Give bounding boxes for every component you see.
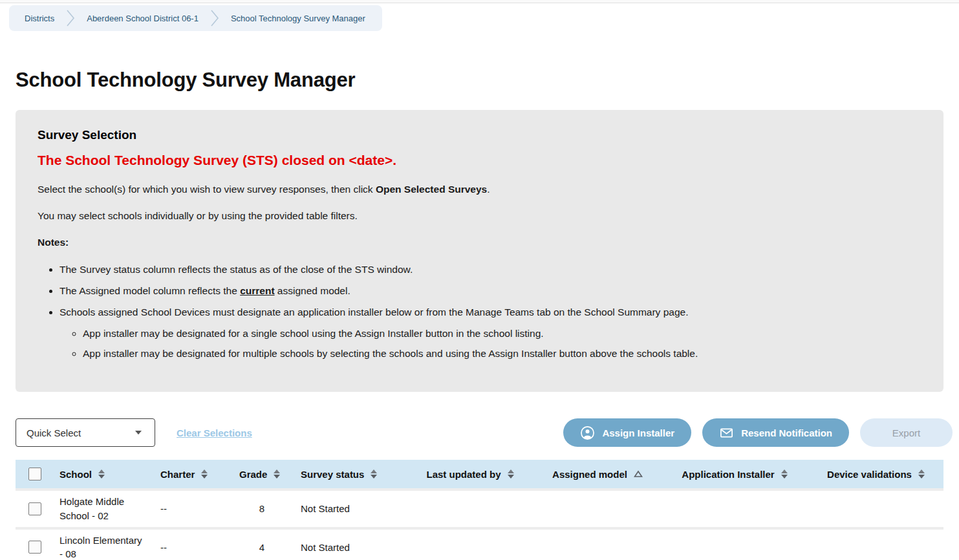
notes-list: The Survey status column reflects the st… bbox=[38, 262, 918, 361]
grade-cell: 8 bbox=[233, 503, 291, 514]
grade-cell: 4 bbox=[233, 542, 291, 553]
open-selected-surveys-emphasis: Open Selected Surveys bbox=[376, 184, 487, 195]
assign-installer-label: Assign Installer bbox=[602, 427, 674, 438]
breadcrumb-chevron-icon bbox=[66, 8, 75, 28]
assign-installer-button[interactable]: Assign Installer bbox=[563, 418, 691, 447]
note-item: The Assigned model column reflects the c… bbox=[59, 283, 918, 299]
current-emphasis: current bbox=[240, 285, 274, 296]
quick-select-label: Quick Select bbox=[27, 427, 81, 438]
resend-notification-label: Resend Notification bbox=[741, 427, 832, 438]
resend-notification-button[interactable]: Resend Notification bbox=[702, 418, 849, 447]
breadcrumb: Districts Aberdeen School District 06-1 … bbox=[9, 5, 382, 31]
sort-icon[interactable] bbox=[98, 469, 105, 479]
top-divider bbox=[0, 0, 959, 3]
sort-icon[interactable] bbox=[274, 469, 280, 479]
person-icon bbox=[580, 425, 595, 440]
panel-heading: Survey Selection bbox=[38, 128, 918, 142]
chevron-down-icon bbox=[135, 431, 142, 435]
page-title: School Technology Survey Manager bbox=[16, 69, 959, 92]
sort-icon[interactable] bbox=[508, 469, 514, 479]
sort-icon[interactable] bbox=[781, 469, 788, 479]
table-header-row: School Charter Grade Survey status Last … bbox=[16, 460, 943, 488]
breadcrumb-chevron-icon bbox=[210, 8, 219, 28]
breadcrumb-item-current-page: School Technology Survey Manager bbox=[231, 14, 365, 23]
column-header-last-updated-by[interactable]: Last updated by bbox=[406, 469, 534, 480]
envelope-icon bbox=[719, 425, 734, 440]
schools-table: School Charter Grade Survey status Last … bbox=[16, 460, 943, 560]
school-name-cell: Holgate Middle School - 02 bbox=[52, 495, 154, 523]
select-all-checkbox[interactable] bbox=[28, 468, 41, 480]
breadcrumb-item-district-name[interactable]: Aberdeen School District 06-1 bbox=[87, 14, 199, 23]
charter-cell: -- bbox=[154, 503, 233, 514]
last-updated-by-cell bbox=[406, 502, 534, 516]
column-header-survey-status[interactable]: Survey status bbox=[291, 469, 406, 480]
quick-select-dropdown[interactable]: Quick Select bbox=[16, 418, 155, 447]
export-label: Export bbox=[892, 427, 920, 438]
table-row: Holgate Middle School - 02 -- 8 Not Star… bbox=[16, 488, 943, 527]
instruction-line-2: You may select schools individually or b… bbox=[38, 210, 918, 222]
column-header-charter[interactable]: Charter bbox=[154, 469, 233, 480]
column-header-assigned-model[interactable]: Assigned model bbox=[534, 469, 661, 480]
school-name-cell: Lincoln Elementary - 08 bbox=[52, 533, 154, 560]
row-checkbox[interactable] bbox=[28, 502, 41, 515]
table-row: Lincoln Elementary - 08 -- 4 Not Started bbox=[16, 527, 943, 560]
column-header-device-validations[interactable]: Device validations bbox=[808, 469, 943, 480]
note-item: Schools assigned School Devices must des… bbox=[59, 305, 918, 361]
survey-selection-panel: Survey Selection The School Technology S… bbox=[16, 110, 943, 392]
charter-cell: -- bbox=[154, 542, 233, 553]
note-subitem: App installer may be designated for a si… bbox=[83, 326, 918, 341]
export-button[interactable]: Export bbox=[860, 418, 953, 447]
column-header-application-installer[interactable]: Application Installer bbox=[661, 469, 808, 480]
instruction-line-1: Select the school(s) for which you wish … bbox=[38, 184, 918, 195]
clear-selections-link[interactable]: Clear Selections bbox=[177, 427, 252, 438]
note-item: The Survey status column reflects the st… bbox=[59, 262, 918, 277]
notes-sublist: App installer may be designated for a si… bbox=[59, 326, 918, 361]
column-header-grade[interactable]: Grade bbox=[233, 469, 291, 480]
breadcrumb-item-districts[interactable]: Districts bbox=[25, 14, 54, 23]
sort-icon[interactable] bbox=[201, 469, 208, 479]
table-toolbar: Quick Select Clear Selections Assign Ins… bbox=[16, 418, 953, 447]
notes-label: Notes: bbox=[38, 237, 918, 248]
survey-status-cell: Not Started bbox=[291, 503, 406, 514]
note-subitem: App installer may be designated for mult… bbox=[83, 346, 918, 361]
row-checkbox[interactable] bbox=[28, 541, 41, 554]
sort-ascending-icon[interactable] bbox=[634, 469, 643, 480]
column-header-school[interactable]: School bbox=[52, 469, 154, 480]
sort-icon[interactable] bbox=[371, 469, 377, 479]
survey-status-cell: Not Started bbox=[291, 542, 406, 553]
sort-icon[interactable] bbox=[918, 469, 925, 479]
last-updated-by-cell bbox=[406, 540, 534, 554]
survey-closed-alert: The School Technology Survey (STS) close… bbox=[38, 153, 918, 168]
